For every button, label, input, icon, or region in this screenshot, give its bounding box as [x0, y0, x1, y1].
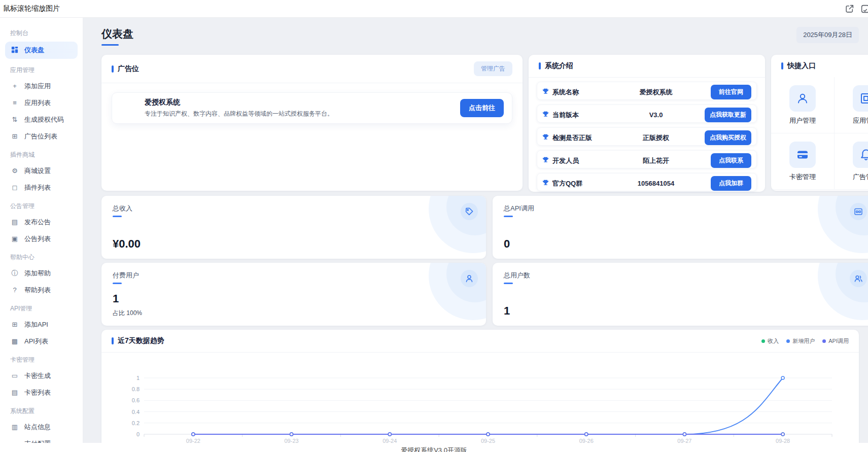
sidebar-item[interactable]: ⚙商城设置: [0, 162, 83, 179]
quick-card-title: 快捷入口: [787, 61, 816, 71]
ad-name: 爱授权系统: [145, 98, 333, 107]
quick-entry-grid: 用户管理应用管理卡密管理广告管理: [771, 77, 868, 190]
sidebar-item-label: API列表: [24, 337, 48, 346]
trophy-icon: [542, 134, 549, 142]
system-row-action-button[interactable]: 点我加群: [711, 176, 751, 191]
dashboard-grid-icon: [11, 46, 19, 55]
stat-sub-text: 占比 100%: [113, 309, 475, 318]
sidebar-nav: 控制台仪表盘应用管理+添加应用≡应用列表⇅生成授权代码⊞广告位列表插件商城⚙商城…: [0, 18, 83, 443]
legend-item[interactable]: 新增用户: [786, 337, 815, 345]
sidebar-item[interactable]: ▤卡密列表: [0, 384, 83, 401]
system-row-action-button[interactable]: 点我获取更新: [705, 108, 751, 122]
stat-value: 0: [504, 237, 864, 251]
sidebar-item[interactable]: ◻插件列表: [0, 179, 83, 196]
stats-row-1: 总收入¥0.00总API调用0: [101, 196, 868, 259]
window-icon[interactable]: [860, 4, 868, 14]
stat-value: ¥0.00: [113, 237, 475, 251]
main-content: 仪表盘 2025年09月28日 广告位 管理广告 爱授权系统 专注于知识产权、数…: [83, 18, 868, 443]
system-row-label-text: 官方QQ群: [552, 179, 582, 188]
browser-topbar: 鼠标滚轮缩放图片: [0, 0, 868, 18]
stat-label: 付费用户: [113, 271, 475, 280]
sidebar-section-label: 公告管理: [0, 196, 83, 214]
card-icon: ▭: [11, 372, 19, 379]
sidebar-item[interactable]: ▤发布公告: [0, 214, 83, 230]
system-row-label-text: 系统名称: [552, 88, 579, 97]
system-row-value: 正版授权: [617, 133, 695, 143]
quick-entry-item[interactable]: 广告管理: [835, 133, 868, 190]
sidebar-item-label: 商城设置: [24, 166, 51, 176]
system-row-label: 开发人员: [542, 156, 617, 165]
sidebar-item[interactable]: 仪表盘: [5, 42, 78, 59]
svg-text:0.2: 0.2: [132, 420, 140, 426]
ad-slot-card: 广告位 管理广告 爱授权系统 专注于知识产权、数字内容、品牌权益等领域的一站式授…: [101, 55, 523, 191]
stat-card: 总用户数1: [493, 263, 868, 326]
svg-text:09-23: 09-23: [285, 438, 299, 443]
sidebar-item-label: 生成授权代码: [24, 115, 64, 124]
sidebar-item[interactable]: ⇅生成授权代码: [0, 111, 83, 128]
external-link-icon[interactable]: [845, 4, 854, 14]
svg-text:09-25: 09-25: [481, 438, 495, 443]
go-to-ad-button[interactable]: 点击前往: [460, 99, 504, 117]
header-accent-bar: [539, 62, 541, 69]
footer-text: 爱授权系统V3.0开源版: [401, 446, 467, 452]
header-accent-bar: [112, 65, 114, 73]
sidebar-item[interactable]: ⓘ添加帮助: [0, 265, 83, 282]
legend-item[interactable]: API调用: [822, 337, 849, 345]
card-list-icon: ▤: [11, 389, 19, 396]
sidebar-item[interactable]: ▣公告列表: [0, 230, 83, 247]
sidebar-item[interactable]: ▥站点信息: [0, 419, 83, 435]
sidebar-item-label: 添加应用: [24, 82, 51, 91]
sidebar-section-label: 卡密管理: [0, 350, 83, 367]
sidebar-item[interactable]: ≡应用列表: [0, 94, 83, 111]
sidebar-item[interactable]: ?帮助列表: [0, 282, 83, 298]
system-info-rows: 系统名称爱授权系统前往官网当前版本V3.0点我获取更新检测是否正版正版授权点我购…: [529, 78, 765, 191]
sidebar-item-label: 支付配置: [24, 439, 51, 443]
system-row-action-button[interactable]: 点我联系: [711, 153, 751, 168]
system-card-header: 系统介绍: [529, 55, 765, 78]
ad-card-header: 广告位 管理广告: [101, 55, 523, 83]
notice-list-icon: ▣: [11, 235, 19, 242]
api-window-icon: [850, 203, 867, 220]
system-card-title: 系统介绍: [545, 61, 573, 71]
manage-ads-button[interactable]: 管理广告: [474, 61, 512, 76]
sidebar-item[interactable]: ▩API列表: [0, 333, 83, 350]
sidebar-section-label: 系统配置: [0, 401, 83, 419]
system-row-action-button[interactable]: 前往官网: [711, 85, 751, 99]
dashboard-title: 仪表盘: [101, 27, 133, 41]
system-info-row: 开发人员陌上花开点我联系: [537, 150, 757, 168]
system-info-row: 官方QQ群1056841054点我加群: [537, 173, 757, 191]
quick-entry-label: 应用管理: [853, 116, 868, 125]
ad-card-title: 广告位: [118, 64, 139, 74]
svg-text:0: 0: [136, 431, 140, 437]
stat-label-underline: [113, 283, 122, 284]
system-row-value: 陌上花开: [617, 156, 695, 165]
svg-text:09-24: 09-24: [383, 438, 397, 443]
topbar-icon-group: [845, 4, 868, 14]
ad-description: 专注于知识产权、数字内容、品牌权益等领域的一站式授权服务平台。: [145, 110, 333, 118]
stat-card: 总收入¥0.00: [101, 196, 486, 259]
stat-card: 总API调用0: [493, 196, 868, 259]
quick-entry-item[interactable]: 应用管理: [835, 77, 868, 133]
quick-entry-item[interactable]: 卡密管理: [771, 133, 835, 190]
site-icon: ▥: [11, 423, 19, 431]
sidebar-item-label: 应用列表: [24, 98, 51, 108]
trend-chart-card: 近7天数据趋势 收入新增用户API调用 00.20.40.60.8109-220…: [101, 330, 859, 443]
sidebar-item[interactable]: +添加应用: [0, 78, 83, 94]
stat-label-underline: [113, 216, 122, 217]
sidebar-item[interactable]: ▭卡密生成: [0, 367, 83, 384]
system-row-value: 爱授权系统: [617, 88, 695, 97]
price-tag-icon: [461, 203, 478, 220]
system-row-action-button[interactable]: 点我购买授权: [705, 130, 751, 145]
sidebar-item[interactable]: ▬支付配置: [0, 435, 83, 443]
quick-entry-item[interactable]: 用户管理: [771, 77, 835, 133]
stat-value: 1: [504, 304, 864, 318]
question-circle-icon: ?: [11, 286, 19, 294]
sidebar-item-label: 插件列表: [24, 183, 51, 192]
sidebar-item[interactable]: ⊞广告位列表: [0, 128, 83, 145]
system-row-value: V3.0: [617, 111, 695, 119]
quick-entry-label: 卡密管理: [789, 172, 816, 182]
ad-text-block: 爱授权系统 专注于知识产权、数字内容、品牌权益等领域的一站式授权服务平台。: [145, 98, 333, 118]
sidebar-item[interactable]: ⊞添加API: [0, 316, 83, 333]
legend-item[interactable]: 收入: [761, 337, 779, 345]
legend-dot: [822, 339, 826, 343]
